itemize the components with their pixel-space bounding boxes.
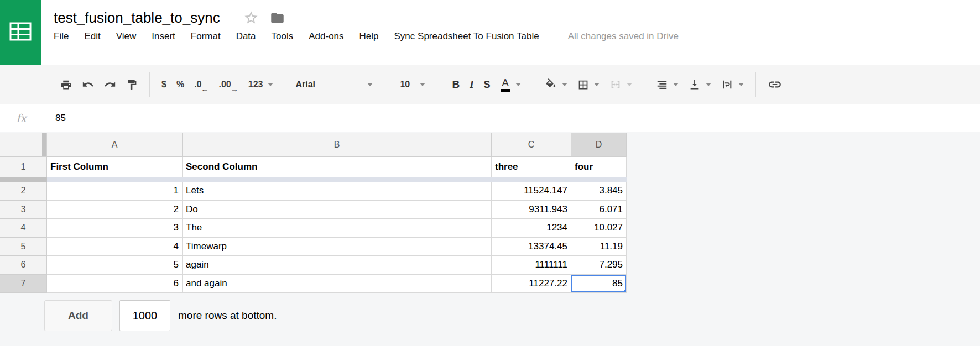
frozen-column-handle[interactable] — [42, 133, 46, 156]
cell-A5[interactable]: 4 — [47, 238, 183, 256]
toolbar-separator — [644, 72, 644, 97]
menu-data[interactable]: Data — [228, 29, 264, 44]
cell-C1[interactable]: three — [492, 157, 571, 177]
rows-count-input[interactable] — [119, 300, 170, 331]
cell-A7[interactable]: 6 — [47, 275, 183, 293]
redo-button[interactable] — [99, 72, 121, 97]
formula-input[interactable]: 85 — [55, 113, 66, 124]
toolbar-separator — [383, 72, 383, 97]
cell-C5[interactable]: 13374.45 — [492, 238, 571, 256]
menu-edit[interactable]: Edit — [76, 29, 108, 44]
cell-B7[interactable]: and again — [183, 275, 492, 293]
cell-A4[interactable]: 3 — [47, 219, 183, 238]
more-formats-button[interactable]: 123 — [243, 72, 279, 97]
cell-C3[interactable]: 9311.943 — [492, 201, 571, 219]
menu-view[interactable]: View — [108, 29, 144, 44]
menu-tools[interactable]: Tools — [264, 29, 301, 44]
menu-sync-to-fusion-table[interactable]: Sync Spreadsheet To Fusion Table — [387, 29, 547, 44]
insert-link-button[interactable] — [763, 72, 787, 97]
cell-B1[interactable]: Second Column — [183, 157, 492, 177]
chevron-down-icon — [420, 83, 425, 86]
cell-D2[interactable]: 3.845 — [571, 182, 627, 201]
move-to-folder-icon[interactable] — [270, 11, 285, 25]
redo-icon — [104, 78, 116, 91]
cell-A1[interactable]: First Column — [47, 157, 183, 177]
link-icon — [768, 77, 782, 92]
menu-file[interactable]: File — [54, 29, 76, 44]
select-all-corner[interactable] — [0, 133, 47, 157]
fill-handle[interactable] — [624, 290, 627, 293]
row-header-1[interactable]: 1 — [0, 157, 47, 177]
borders-button[interactable] — [572, 72, 604, 97]
cell-B6[interactable]: again — [183, 256, 492, 275]
column-header-C[interactable]: C — [492, 133, 571, 157]
add-rows-button[interactable]: Add — [44, 300, 112, 331]
sheets-logo[interactable] — [0, 0, 41, 65]
increase-decimal-button[interactable]: .00 → — [213, 72, 243, 97]
more-formats-label: 123 — [248, 80, 263, 90]
format-percent-button[interactable]: % — [171, 72, 189, 97]
increase-decimal-label: .00 — [218, 80, 231, 90]
decrease-decimal-button[interactable]: .0 ← — [189, 72, 213, 97]
cell-B3[interactable]: Do — [183, 201, 492, 219]
toolbar-separator — [533, 72, 533, 97]
cell-D6[interactable]: 7.295 — [571, 256, 627, 275]
menu-format[interactable]: Format — [183, 29, 228, 44]
cell-C7[interactable]: 11227.22 — [492, 275, 571, 293]
italic-button[interactable]: I — [465, 72, 478, 97]
vertical-align-button[interactable] — [684, 72, 716, 97]
format-currency-button[interactable]: $ — [157, 72, 171, 97]
cell-A6[interactable]: 5 — [47, 256, 183, 275]
font-size-selector[interactable]: 10 — [390, 72, 433, 97]
cell-D7-selected[interactable]: 85 — [571, 275, 627, 293]
cell-B5[interactable]: Timewarp — [183, 238, 492, 256]
toolbar-separator — [755, 72, 756, 97]
menu-help[interactable]: Help — [352, 29, 387, 44]
row-header-3[interactable]: 3 — [0, 201, 47, 219]
chevron-down-icon — [673, 83, 679, 86]
sheets-grid-icon — [9, 22, 32, 43]
horizontal-align-button[interactable] — [651, 72, 684, 97]
italic-label: I — [470, 78, 473, 91]
undo-button[interactable] — [77, 72, 99, 97]
cell-C2[interactable]: 11524.147 — [492, 182, 571, 201]
add-rows-suffix-text: more rows at bottom. — [178, 310, 277, 322]
bold-button[interactable]: B — [447, 72, 465, 97]
print-button[interactable] — [55, 72, 77, 97]
menu-addons[interactable]: Add-ons — [301, 29, 351, 44]
fx-label: fx — [0, 112, 43, 125]
text-color-icon: A — [501, 77, 510, 92]
cell-B2[interactable]: Lets — [183, 182, 492, 201]
cell-A2[interactable]: 1 — [47, 182, 183, 201]
column-header-D[interactable]: D — [571, 133, 627, 157]
row-header-2[interactable]: 2 — [0, 182, 47, 201]
menu-insert[interactable]: Insert — [144, 29, 183, 44]
cell-C4[interactable]: 1234 — [492, 219, 571, 238]
cell-C6[interactable]: 1111111 — [492, 256, 571, 275]
text-color-button[interactable]: A — [496, 72, 526, 97]
row-header-6[interactable]: 6 — [0, 256, 47, 275]
row-header-7[interactable]: 7 — [0, 275, 47, 293]
cell-B4[interactable]: The — [183, 219, 492, 238]
cell-A3[interactable]: 2 — [47, 201, 183, 219]
frozen-row-handle[interactable] — [0, 177, 47, 182]
percent-label: % — [176, 80, 184, 90]
font-family-selector[interactable]: Arial — [292, 72, 376, 97]
column-header-B[interactable]: B — [183, 133, 492, 157]
star-icon[interactable] — [243, 10, 259, 25]
vertical-align-icon — [689, 78, 701, 91]
row-header-4[interactable]: 4 — [0, 219, 47, 238]
cell-D3[interactable]: 6.071 — [571, 201, 627, 219]
strikethrough-button[interactable]: S — [479, 72, 496, 97]
fill-color-button[interactable] — [540, 72, 572, 97]
row-header-5[interactable]: 5 — [0, 238, 47, 256]
cell-D4[interactable]: 10.027 — [571, 219, 627, 238]
merge-cells-button[interactable] — [604, 72, 637, 97]
text-wrap-button[interactable] — [716, 72, 749, 97]
paint-format-button[interactable] — [121, 72, 143, 97]
cell-D5[interactable]: 11.19 — [571, 238, 627, 256]
cell-D1[interactable]: four — [571, 157, 627, 177]
document-title[interactable]: test_fusion_table_to_sync — [54, 9, 220, 27]
menu-bar: File Edit View Insert Format Data Tools … — [54, 29, 980, 44]
column-header-A[interactable]: A — [47, 133, 183, 157]
